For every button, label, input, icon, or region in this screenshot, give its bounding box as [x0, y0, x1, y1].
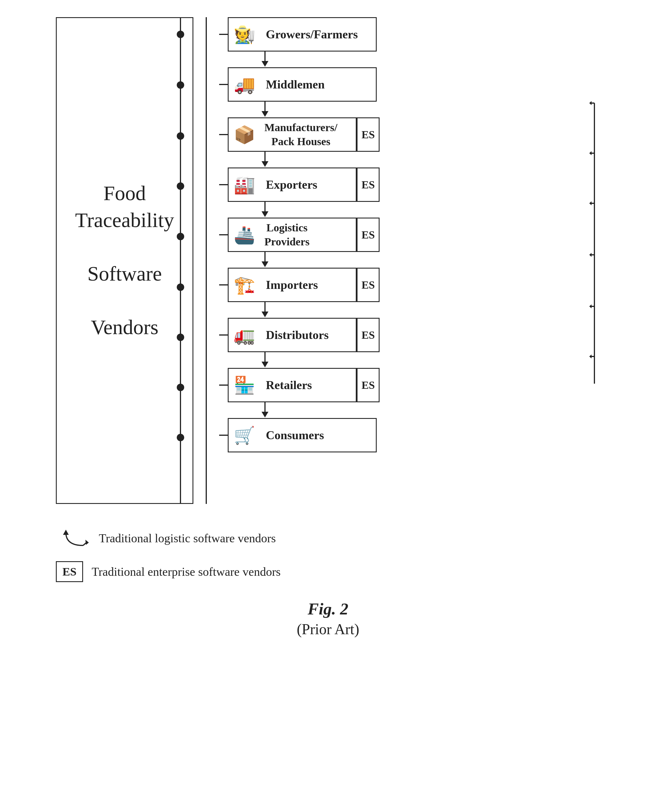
label-middlemen: Middlemen: [260, 77, 330, 91]
h-line-logistics: [219, 234, 228, 235]
node-logistics: 🚢 LogisticsProviders ES: [219, 218, 600, 252]
h-line-exporters: [219, 184, 228, 185]
chain-item-retailers: 🏪 Retailers ES: [219, 368, 600, 418]
svg-marker-7: [261, 211, 268, 217]
node-retailers: 🏪 Retailers ES: [219, 368, 600, 402]
label-exporters: Exporters: [260, 178, 323, 191]
box-manufacturers: 📦 Manufacturers/Pack Houses: [228, 117, 357, 152]
connector-dots-svg: [167, 17, 193, 504]
arrow-mid-mfg: [228, 102, 600, 117]
svg-marker-26: [589, 304, 591, 308]
box-middlemen: 🚚 Middlemen: [228, 67, 377, 102]
svg-point-31: [177, 81, 184, 89]
box-growers: 🧑‍🌾 Growers/Farmers: [228, 17, 377, 51]
chain-item-middlemen: 🚚 Middlemen: [219, 67, 600, 117]
arrow-exp-log: [228, 202, 600, 218]
icon-importers: 🏗️: [229, 269, 260, 301]
node-manufacturers: 📦 Manufacturers/Pack Houses ES: [219, 117, 600, 152]
svg-marker-24: [589, 253, 591, 257]
svg-point-32: [177, 132, 184, 140]
chain-item-consumers: 🛒 Consumers: [219, 418, 600, 452]
label-growers: Growers/Farmers: [260, 28, 364, 41]
down-arrow-2: [259, 102, 271, 117]
chain-item-logistics: 🚢 LogisticsProviders ES: [219, 218, 600, 268]
es-badge-exporters: ES: [357, 167, 379, 202]
chain-column: 🧑‍🌾 Growers/Farmers: [219, 17, 600, 504]
icon-exporters: 🏭: [229, 169, 260, 201]
label-manufacturers: Manufacturers/Pack Houses: [260, 120, 342, 149]
arrow-growers-mid: [228, 51, 600, 67]
legend-es-label: Traditional enterprise software vendors: [92, 565, 281, 579]
down-arrow-4: [259, 202, 271, 218]
legend-es-box: ES: [56, 561, 83, 582]
down-arrow-8: [259, 402, 271, 418]
svg-marker-3: [261, 111, 268, 117]
es-badge-logistics: ES: [357, 218, 379, 252]
es-badge-importers: ES: [357, 268, 379, 302]
h-line-importers: [219, 284, 228, 286]
icon-logistics: 🚢: [229, 219, 260, 250]
icon-middlemen: 🚚: [229, 69, 260, 100]
h-line-manufacturers: [219, 134, 228, 135]
svg-marker-1: [261, 61, 268, 67]
label-logistics: LogisticsProviders: [260, 221, 314, 249]
h-line-retailers: [219, 384, 228, 386]
icon-manufacturers: 📦: [229, 119, 260, 150]
caption: Fig. 2 (Prior Art): [56, 599, 600, 638]
node-middlemen: 🚚 Middlemen: [219, 67, 600, 102]
icon-distributors: 🚛: [229, 319, 260, 351]
svg-marker-41: [85, 540, 89, 545]
label-consumers: Consumers: [260, 428, 330, 442]
svg-point-30: [177, 31, 184, 38]
svg-point-37: [177, 384, 184, 391]
curve-arrow-svg: [57, 527, 89, 550]
down-arrow-7: [259, 352, 271, 368]
down-arrow-5: [259, 252, 271, 268]
es-badge-manufacturers: ES: [357, 117, 379, 152]
arrow-ret-con: [228, 402, 600, 418]
connector-dots: [167, 17, 193, 504]
right-side-arrows: [589, 17, 609, 504]
down-arrow-1: [259, 51, 271, 67]
svg-marker-18: [589, 101, 591, 105]
arrow-imp-dist: [228, 302, 600, 318]
label-distributors: Distributors: [260, 328, 334, 342]
svg-marker-28: [589, 355, 591, 358]
caption-subtitle: (Prior Art): [56, 621, 600, 638]
es-badge-retailers: ES: [357, 368, 379, 402]
svg-marker-20: [589, 151, 591, 155]
arrow-dist-ret: [228, 352, 600, 368]
chain-item-growers: 🧑‍🌾 Growers/Farmers: [219, 17, 600, 67]
box-importers: 🏗️ Importers: [228, 268, 357, 302]
box-consumers: 🛒 Consumers: [228, 418, 377, 452]
icon-consumers: 🛒: [229, 420, 260, 451]
svg-marker-13: [261, 361, 268, 367]
caption-title: Fig. 2: [56, 599, 600, 619]
node-growers: 🧑‍🌾 Growers/Farmers: [219, 17, 600, 51]
legend-section: Traditional logistic software vendors ES…: [56, 527, 600, 582]
legend-item-es: ES Traditional enterprise software vendo…: [56, 561, 600, 582]
chain-item-manufacturers: 📦 Manufacturers/Pack Houses ES: [219, 117, 600, 167]
connector-column: [193, 17, 219, 504]
svg-marker-11: [261, 312, 268, 317]
down-arrow-6: [259, 302, 271, 318]
chain-item-exporters: 🏭 Exporters ES: [219, 167, 600, 218]
svg-marker-15: [261, 412, 268, 417]
arrow-log-imp: [228, 252, 600, 268]
h-line-consumers: [219, 435, 228, 436]
chain-item-importers: 🏗️ Importers ES: [219, 268, 600, 318]
chain-item-distributors: 🚛 Distributors ES: [219, 318, 600, 368]
svg-marker-9: [261, 261, 268, 267]
icon-retailers: 🏪: [229, 369, 260, 401]
box-distributors: 🚛 Distributors: [228, 318, 357, 352]
h-line-middlemen: [219, 84, 228, 85]
vertical-line: [206, 17, 207, 504]
legend-item-curve: Traditional logistic software vendors: [56, 527, 600, 550]
label-retailers: Retailers: [260, 378, 318, 392]
svg-point-33: [177, 182, 184, 190]
legend-curve-icon: [56, 527, 90, 550]
main-diagram: FoodTraceabilitySoftwareVendors: [56, 17, 600, 504]
icon-growers: 🧑‍🌾: [229, 19, 260, 50]
es-curve-arrows-svg: [589, 17, 609, 504]
box-retailers: 🏪 Retailers: [228, 368, 357, 402]
